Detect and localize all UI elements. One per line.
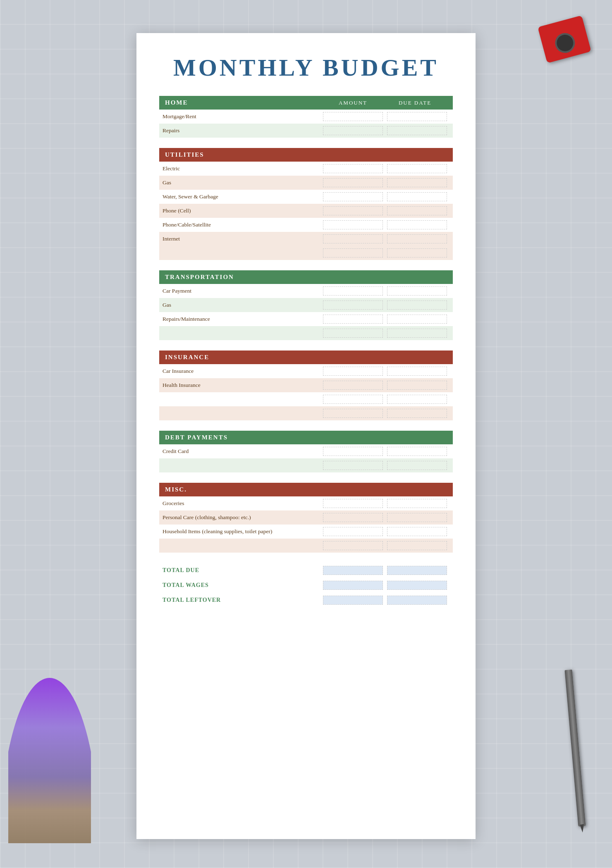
amount-input[interactable] xyxy=(323,367,383,376)
table-row: Credit Card xyxy=(159,444,453,458)
duedate-input[interactable] xyxy=(387,409,447,418)
duedate-input[interactable] xyxy=(387,164,447,173)
table-row: Car Payment xyxy=(159,284,453,298)
table-row: Water, Sewer & Garbage xyxy=(159,190,453,204)
table-row xyxy=(159,458,453,472)
total-leftover-amount[interactable] xyxy=(323,596,383,605)
amount-input[interactable] xyxy=(323,461,383,470)
amount-input[interactable] xyxy=(323,178,383,187)
duedate-input[interactable] xyxy=(387,527,447,536)
health-insurance-row: Health Insurance xyxy=(159,378,453,392)
amount-input[interactable] xyxy=(323,329,383,338)
total-wages-row: TOTAL WAGES xyxy=(159,578,453,593)
amount-input[interactable] xyxy=(323,499,383,508)
duedate-input[interactable] xyxy=(387,367,447,376)
pencil-sharpener-decoration xyxy=(538,15,591,63)
transportation-section-header: TRANSPORTATION xyxy=(159,270,453,284)
total-wages-date[interactable] xyxy=(387,581,447,590)
amount-input[interactable] xyxy=(323,126,383,135)
amount-input[interactable] xyxy=(323,541,383,550)
lavender-decoration xyxy=(8,678,91,843)
amount-input[interactable] xyxy=(323,248,383,258)
debt-section-header: DEBT PAYMENTS xyxy=(159,431,453,444)
debt-section: DEBT PAYMENTS Credit Card xyxy=(159,431,453,472)
total-due-date[interactable] xyxy=(387,566,447,575)
total-wages-amount[interactable] xyxy=(323,581,383,590)
amount-input[interactable] xyxy=(323,381,383,390)
table-row: Internet xyxy=(159,232,453,246)
table-row: Phone (Cell) xyxy=(159,204,453,218)
home-section: HOME Amount Due Date Mortgage/Rent Repai… xyxy=(159,96,453,138)
table-row: Household Items (cleaning supplies, toil… xyxy=(159,525,453,539)
duedate-input[interactable] xyxy=(387,329,447,338)
table-row xyxy=(159,406,453,420)
duedate-input[interactable] xyxy=(387,126,447,135)
amount-input[interactable] xyxy=(323,192,383,201)
total-leftover-row: TOTAL LEFTOVER xyxy=(159,593,453,608)
amount-input[interactable] xyxy=(323,315,383,324)
misc-section: MISC. Groceries Personal Care (clothing,… xyxy=(159,483,453,553)
insurance-section-header: INSURANCE xyxy=(159,351,453,364)
duedate-input[interactable] xyxy=(387,112,447,121)
duedate-input[interactable] xyxy=(387,178,447,187)
amount-input[interactable] xyxy=(323,112,383,121)
page-title: MONTHLY BUDGET xyxy=(159,54,453,81)
utilities-section-header: UTILITIES xyxy=(159,148,453,162)
amount-input[interactable] xyxy=(323,395,383,404)
utilities-section: UTILITIES Electric Gas Water, Sewer & Ga… xyxy=(159,148,453,260)
table-row: Personal Care (clothing, shampoo: etc.) xyxy=(159,510,453,525)
amount-input[interactable] xyxy=(323,164,383,173)
duedate-input[interactable] xyxy=(387,286,447,296)
duedate-input[interactable] xyxy=(387,447,447,456)
table-row: Car Insurance xyxy=(159,364,453,378)
pen-decoration xyxy=(564,670,586,827)
table-row xyxy=(159,392,453,406)
duedate-input[interactable] xyxy=(387,206,447,215)
amount-input[interactable] xyxy=(323,286,383,296)
amount-input[interactable] xyxy=(323,447,383,456)
misc-section-header: MISC. xyxy=(159,483,453,496)
budget-document: MONTHLY BUDGET HOME Amount Due Date Mort… xyxy=(136,33,476,839)
duedate-input[interactable] xyxy=(387,395,447,404)
amount-input[interactable] xyxy=(323,220,383,229)
table-row xyxy=(159,539,453,553)
transportation-section: TRANSPORTATION Car Payment Gas Repairs/M… xyxy=(159,270,453,340)
duedate-input[interactable] xyxy=(387,461,447,470)
table-row: Repairs/Maintenance xyxy=(159,312,453,326)
duedate-input[interactable] xyxy=(387,499,447,508)
amount-input[interactable] xyxy=(323,513,383,522)
duedate-input[interactable] xyxy=(387,192,447,201)
table-row: Gas xyxy=(159,298,453,312)
table-row: Groceries xyxy=(159,496,453,510)
table-row: Electric xyxy=(159,162,453,176)
table-row: Phone/Cable/Satellite xyxy=(159,218,453,232)
amount-input[interactable] xyxy=(323,206,383,215)
total-due-row: TOTAL DUE xyxy=(159,563,453,578)
amount-input[interactable] xyxy=(323,527,383,536)
duedate-input[interactable] xyxy=(387,381,447,390)
duedate-input[interactable] xyxy=(387,300,447,310)
total-leftover-date[interactable] xyxy=(387,596,447,605)
duedate-input[interactable] xyxy=(387,234,447,243)
home-section-header: HOME Amount Due Date xyxy=(159,96,453,110)
table-row: Gas xyxy=(159,176,453,190)
insurance-section: INSURANCE Car Insurance Health Insurance xyxy=(159,351,453,420)
amount-input[interactable] xyxy=(323,409,383,418)
totals-section: TOTAL DUE TOTAL WAGES TOTAL LEFTOVER xyxy=(159,563,453,608)
table-row xyxy=(159,326,453,340)
amount-input[interactable] xyxy=(323,300,383,310)
duedate-input[interactable] xyxy=(387,541,447,550)
table-row: Mortgage/Rent xyxy=(159,110,453,124)
table-row: Repairs xyxy=(159,124,453,138)
duedate-input[interactable] xyxy=(387,248,447,258)
table-row xyxy=(159,246,453,260)
duedate-input[interactable] xyxy=(387,220,447,229)
duedate-input[interactable] xyxy=(387,513,447,522)
duedate-input[interactable] xyxy=(387,315,447,324)
amount-input[interactable] xyxy=(323,234,383,243)
total-due-amount[interactable] xyxy=(323,566,383,575)
